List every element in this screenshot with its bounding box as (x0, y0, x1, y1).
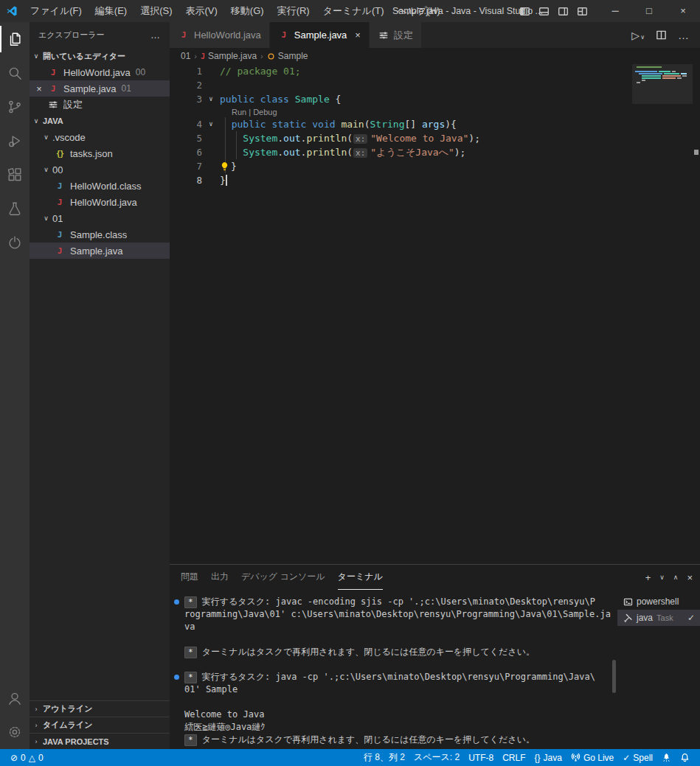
close-window-button[interactable]: × (666, 0, 700, 22)
menu-run[interactable]: 実行(R) (271, 0, 316, 22)
account-button[interactable] (0, 681, 30, 715)
go-live-status[interactable]: Go Live (566, 749, 618, 766)
problems-status[interactable]: ⊘ 0 △ 0 (6, 749, 48, 766)
overview-ruler[interactable] (693, 64, 700, 564)
menu-file[interactable]: ファイル(F) (24, 0, 89, 22)
menu-go[interactable]: 移動(G) (224, 0, 271, 22)
settings-button[interactable] (0, 715, 30, 749)
panel-tab-problems[interactable]: 問題 (181, 565, 198, 590)
tab-sample-java[interactable]: J Sample.java × (270, 22, 370, 48)
close-tab-icon[interactable]: × (355, 29, 361, 41)
new-terminal-icon[interactable]: + (645, 572, 651, 583)
toggle-sidebar-icon[interactable] (519, 6, 530, 17)
explorer-sidebar: エクスプローラー … ∨ 開いているエディター J HelloWorld.jav… (30, 22, 170, 749)
tree-item-helloworld-class[interactable]: J HelloWorld.class (30, 178, 170, 194)
panel-header: 問題 出力 デバッグ コンソール ターミナル + ∨ ∧ × (170, 565, 700, 590)
source-control-icon (7, 99, 23, 115)
terminal-dropdown-icon[interactable]: ∨ (659, 574, 665, 581)
spell-checker-status[interactable]: ✓ Spell (618, 749, 657, 766)
minimize-button[interactable]: ─ (598, 0, 632, 22)
encoding-status[interactable]: UTF-8 (464, 749, 498, 766)
language-mode-status[interactable]: {} Java (530, 749, 566, 766)
tree-item-sample-java[interactable]: J Sample.java (30, 243, 170, 259)
open-editors-section-header[interactable]: ∨ 開いているエディター (30, 48, 170, 64)
toggle-secondary-sidebar-icon[interactable] (558, 6, 569, 17)
breadcrumb: 01 › J Sample.java › Sample (170, 48, 700, 64)
outline-section[interactable]: › アウトライン (30, 700, 170, 717)
activity-testing[interactable] (0, 192, 30, 226)
text-cursor (226, 175, 227, 186)
terminal-scrollbar[interactable] (612, 660, 616, 693)
open-editor-helloworld-java[interactable]: J HelloWorld.java 00 (30, 64, 170, 80)
code-editor[interactable]: 1// package 01; 2 3∨public class Sample … (170, 64, 700, 564)
activity-bar (0, 22, 30, 749)
toggle-panel-icon[interactable] (538, 6, 550, 17)
terminal-instance-java-task[interactable]: java Task ✓ (617, 610, 700, 626)
open-editors-label: 開いているエディター (43, 51, 125, 62)
tree-item-tasks-json[interactable]: {} tasks.json (30, 145, 170, 161)
minimap[interactable] (635, 66, 688, 84)
task-start-dot (174, 675, 179, 680)
breadcrumb-symbol[interactable]: Sample (267, 51, 308, 61)
activity-search[interactable] (0, 56, 30, 90)
activity-run-debug[interactable] (0, 124, 30, 158)
close-editor-icon[interactable]: × (32, 83, 46, 94)
overview-cursor-mark (694, 150, 699, 155)
panel-tab-terminal[interactable]: ターミナル (338, 565, 383, 590)
code-line-5: 5 System.out.println(x:"Welcome to Java"… (170, 131, 690, 145)
tree-item-helloworld-java[interactable]: J HelloWorld.java (30, 194, 170, 210)
open-editor-desc: 01 (122, 83, 131, 94)
fold-chevron-icon[interactable]: ∨ (202, 117, 220, 131)
tree-item-sample-class[interactable]: J Sample.class (30, 226, 170, 243)
timeline-section[interactable]: › タイムライン (30, 717, 170, 733)
panel-tab-debug-console[interactable]: デバッグ コンソール (241, 565, 325, 590)
menu-edit[interactable]: 編集(E) (89, 0, 134, 22)
java-section-header[interactable]: ∨ JAVA (30, 113, 170, 129)
more-actions-icon[interactable]: … (678, 29, 689, 41)
open-editor-label: Sample.java (63, 83, 117, 94)
terminal-output[interactable]: *実行するタスク: javac -encoding sjis -cp '.;c:… (170, 590, 617, 749)
menu-terminal[interactable]: ターミナル(T) (316, 0, 391, 22)
menu-view[interactable]: 表示(V) (179, 0, 224, 22)
activity-extension-circle[interactable] (0, 226, 30, 260)
menu-selection[interactable]: 選択(S) (134, 0, 179, 22)
maximize-button[interactable]: □ (632, 0, 666, 22)
tab-settings[interactable]: 設定 (370, 22, 422, 48)
run-debug-icon (7, 133, 23, 149)
line-number: 7 (170, 159, 202, 173)
code-token: "ようこそJavaへ" (370, 147, 454, 158)
activity-explorer[interactable] (0, 22, 30, 56)
terminal-instance-desc: Task (656, 613, 673, 622)
indentation-status[interactable]: スペース: 2 (409, 749, 464, 766)
java-projects-section[interactable]: › JAVA PROJECTS (30, 733, 170, 749)
maximize-panel-icon[interactable]: ∧ (673, 574, 679, 581)
close-panel-icon[interactable]: × (687, 572, 693, 583)
timeline-label: タイムライン (43, 720, 93, 731)
fold-chevron-icon[interactable]: ∨ (202, 92, 220, 106)
split-editor-icon[interactable] (656, 29, 667, 41)
tab-helloworld-java[interactable]: J HelloWorld.java (170, 22, 270, 48)
eol-status[interactable]: CRLF (498, 749, 530, 766)
panel-tab-output[interactable]: 出力 (211, 565, 229, 590)
activity-extensions[interactable] (0, 158, 30, 192)
tree-folder-01[interactable]: ∨ 01 (30, 210, 170, 226)
java-mode-status[interactable] (657, 749, 676, 766)
customize-layout-icon[interactable] (577, 6, 588, 17)
codelens-run-debug[interactable]: Run | Debug (232, 108, 277, 116)
terminal-instance-powershell[interactable]: powershell (617, 593, 700, 610)
open-editor-settings[interactable]: 設定 (30, 97, 170, 113)
tree-folder-00[interactable]: ∨ 00 (30, 161, 170, 178)
vscode-logo-icon (0, 5, 24, 17)
breadcrumb-folder[interactable]: 01 (181, 51, 190, 61)
run-button[interactable]: ▷ ∨ (631, 30, 645, 41)
terminal-instance-label: java (637, 613, 653, 623)
tree-folder-vscode[interactable]: ∨ .vscode (30, 129, 170, 145)
open-editor-sample-java[interactable]: × J Sample.java 01 (30, 80, 170, 97)
cursor-position-status[interactable]: 行 8、列 2 (359, 749, 409, 766)
activity-source-control[interactable] (0, 90, 30, 124)
outline-label: アウトライン (43, 703, 93, 714)
window-controls: ─ □ × (598, 0, 700, 22)
notifications-status[interactable] (676, 749, 694, 766)
explorer-more-actions-icon[interactable]: … (150, 29, 161, 41)
breadcrumb-file[interactable]: J Sample.java (201, 51, 257, 61)
